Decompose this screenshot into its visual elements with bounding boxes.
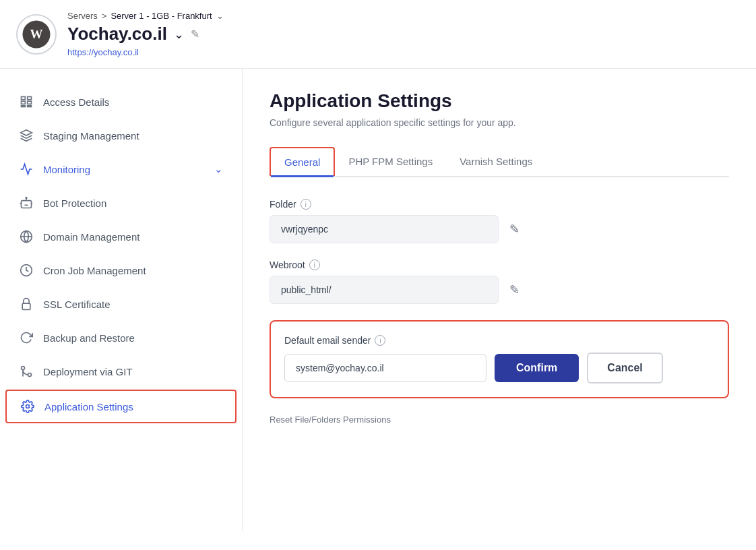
svg-point-15	[28, 373, 32, 377]
sidebar-item-deployment-via-git[interactable]: Deployment via GIT	[0, 355, 242, 388]
webroot-info-icon[interactable]: i	[309, 259, 320, 270]
email-sender-input[interactable]	[284, 354, 486, 382]
svg-rect-6	[22, 106, 26, 107]
sidebar-label-monitoring: Monitoring	[43, 164, 90, 175]
reset-file-folders-label: Reset File/Folders Permissions	[270, 415, 729, 425]
breadcrumb-servers[interactable]: Servers	[67, 11, 98, 21]
clock-icon	[19, 263, 34, 278]
tab-php-fpm-settings[interactable]: PHP FPM Settings	[335, 147, 446, 176]
breadcrumb-server[interactable]: Server 1 - 1GB - Frankfurt	[111, 11, 212, 21]
folder-field-row: ✎	[270, 215, 729, 243]
layout: Access Details Staging Management Monito…	[0, 69, 756, 531]
webroot-field-group: Webroot i ✎	[270, 259, 729, 304]
monitoring-chevron-icon: ⌄	[214, 163, 223, 175]
tab-varnish-settings[interactable]: Varnish Settings	[446, 147, 546, 176]
email-sender-field-row: Confirm Cancel	[284, 353, 714, 384]
webroot-input[interactable]	[270, 276, 499, 304]
svg-rect-5	[28, 101, 32, 104]
email-sender-label: Default email sender i	[284, 335, 714, 346]
folder-input[interactable]	[270, 215, 499, 243]
svg-rect-9	[22, 201, 32, 208]
site-title-row: Yochay.co.il ⌄ ✎	[67, 24, 224, 44]
webroot-field-row: ✎	[270, 276, 729, 304]
folder-label: Folder i	[270, 199, 729, 210]
breadcrumb: Servers > Server 1 - 1GB - Frankfurt ⌄	[67, 11, 224, 21]
sidebar-label-bot-protection: Bot Protection	[43, 197, 106, 209]
sidebar-item-monitoring[interactable]: Monitoring ⌄	[0, 152, 242, 186]
sidebar-item-domain-management[interactable]: Domain Management	[0, 220, 242, 253]
sidebar-label-cron-job-management: Cron Job Management	[43, 265, 146, 276]
sidebar-item-bot-protection[interactable]: Bot Protection	[0, 186, 242, 220]
folder-info-icon[interactable]: i	[301, 199, 311, 210]
sidebar-label-ssl-certificate: SSL Certificate	[43, 299, 111, 310]
svg-rect-2	[22, 97, 26, 100]
git-icon	[19, 364, 34, 379]
sidebar-label-staging-management: Staging Management	[43, 130, 139, 142]
svg-rect-3	[28, 97, 32, 100]
svg-rect-7	[28, 106, 32, 107]
chart-icon	[19, 162, 34, 177]
tab-general[interactable]: General	[270, 147, 335, 176]
sidebar-label-application-settings: Application Settings	[44, 401, 133, 413]
site-title: Yochay.co.il	[67, 24, 167, 44]
gear-icon	[20, 399, 35, 414]
svg-marker-8	[21, 130, 32, 135]
folder-field-group: Folder i ✎	[270, 199, 729, 243]
sidebar-item-cron-job-management[interactable]: Cron Job Management	[0, 253, 242, 287]
globe-icon	[19, 229, 34, 244]
chevron-down-icon[interactable]: ⌄	[216, 11, 224, 21]
breadcrumb-separator: >	[102, 11, 107, 21]
grid-icon	[19, 94, 34, 109]
sidebar: Access Details Staging Management Monito…	[0, 69, 243, 531]
layers-icon	[19, 128, 34, 143]
webroot-label: Webroot i	[270, 259, 729, 270]
site-logo: W	[16, 14, 57, 55]
svg-point-16	[22, 367, 25, 370]
header-info: Servers > Server 1 - 1GB - Frankfurt ⌄ Y…	[67, 11, 224, 57]
page-subtitle: Configure several application specific s…	[270, 117, 729, 128]
page-title: Application Settings	[270, 90, 729, 112]
site-title-chevron-icon[interactable]: ⌄	[174, 27, 184, 42]
sidebar-item-application-settings[interactable]: Application Settings	[5, 390, 237, 423]
svg-rect-4	[22, 101, 26, 104]
site-title-edit-icon[interactable]: ✎	[191, 28, 199, 40]
main-content: Application Settings Configure several a…	[243, 69, 756, 531]
sidebar-label-deployment-via-git: Deployment via GIT	[43, 366, 133, 377]
svg-rect-14	[22, 303, 30, 309]
lock-icon	[19, 297, 34, 311]
sidebar-label-backup-and-restore: Backup and Restore	[43, 332, 135, 344]
site-url-link[interactable]: https://yochay.co.il	[67, 47, 224, 57]
bot-icon	[19, 195, 34, 210]
email-sender-info-icon[interactable]: i	[375, 335, 385, 346]
cancel-button[interactable]: Cancel	[587, 353, 662, 384]
confirm-button[interactable]: Confirm	[495, 354, 579, 382]
backup-icon	[19, 330, 34, 345]
sidebar-item-staging-management[interactable]: Staging Management	[0, 119, 242, 152]
header: W Servers > Server 1 - 1GB - Frankfurt ⌄…	[0, 0, 756, 69]
folder-edit-button[interactable]: ✎	[507, 219, 522, 239]
sidebar-item-backup-and-restore[interactable]: Backup and Restore	[0, 321, 242, 355]
svg-point-17	[26, 405, 30, 408]
sidebar-item-access-details[interactable]: Access Details	[0, 85, 242, 119]
svg-point-10	[26, 197, 27, 199]
sidebar-label-access-details: Access Details	[43, 96, 109, 108]
svg-text:W: W	[30, 26, 42, 40]
webroot-edit-button[interactable]: ✎	[507, 280, 522, 300]
email-sender-box: Default email sender i Confirm Cancel	[270, 320, 729, 398]
sidebar-label-domain-management: Domain Management	[43, 231, 139, 243]
tabs-container: General PHP FPM Settings Varnish Setting…	[270, 147, 729, 177]
sidebar-item-ssl-certificate[interactable]: SSL Certificate	[0, 287, 242, 321]
